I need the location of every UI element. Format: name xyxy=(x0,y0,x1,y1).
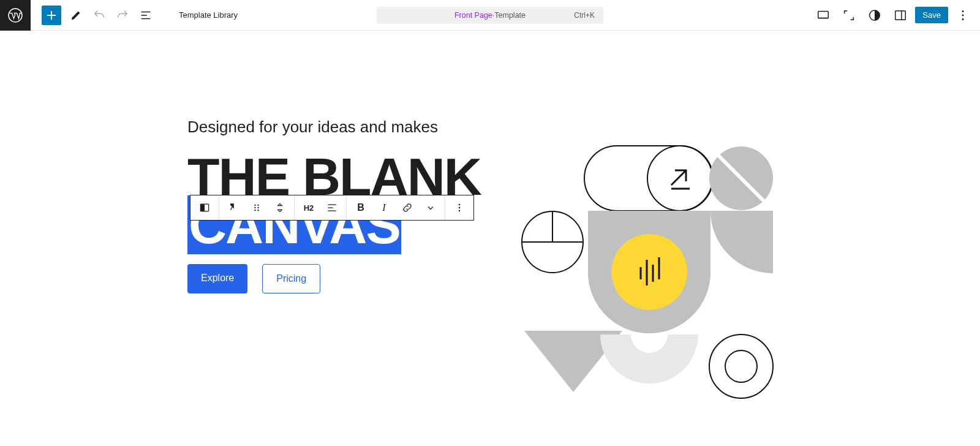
svg-point-16 xyxy=(459,207,461,209)
hero-illustration xyxy=(521,141,784,410)
template-library-button[interactable]: Template Library xyxy=(179,10,238,20)
redo-icon[interactable] xyxy=(111,4,134,26)
more-rich-text-icon[interactable] xyxy=(419,195,442,220)
svg-point-19 xyxy=(647,146,712,211)
drag-handle-icon[interactable] xyxy=(245,195,268,220)
svg-point-14 xyxy=(257,210,258,211)
heading-level-button[interactable]: H2 xyxy=(297,195,320,220)
wordpress-logo[interactable] xyxy=(0,0,31,31)
svg-rect-3 xyxy=(895,10,906,20)
command-shortcut: Ctrl+K xyxy=(574,11,595,20)
editor-canvas[interactable]: Designed for your ideas and makes THE BL… xyxy=(0,31,980,293)
block-more-options-icon[interactable] xyxy=(448,195,471,220)
document-overview-icon[interactable] xyxy=(135,4,157,26)
svg-point-9 xyxy=(254,205,255,206)
link-icon[interactable] xyxy=(396,195,419,220)
hero-subhead[interactable]: Designed for your ideas and makes xyxy=(187,116,653,138)
italic-icon[interactable]: I xyxy=(372,195,396,220)
add-block-button[interactable] xyxy=(42,6,61,25)
svg-point-5 xyxy=(962,14,964,16)
document-title-front-page: Front Page xyxy=(454,11,492,20)
document-title-bar[interactable]: Front Page · Template Ctrl+K xyxy=(377,7,603,24)
edit-tool-icon[interactable] xyxy=(65,4,87,26)
undo-icon[interactable] xyxy=(88,4,110,26)
pricing-button[interactable]: Pricing xyxy=(262,264,320,293)
document-title-template: Template xyxy=(494,11,526,20)
svg-point-17 xyxy=(459,210,461,212)
styles-icon[interactable] xyxy=(864,4,886,26)
zoom-icon[interactable] xyxy=(838,4,860,26)
svg-point-4 xyxy=(962,10,964,12)
svg-rect-18 xyxy=(584,146,713,211)
svg-point-15 xyxy=(459,204,461,206)
settings-panel-icon[interactable] xyxy=(889,4,911,26)
svg-point-23 xyxy=(611,234,687,310)
align-text-icon[interactable] xyxy=(320,195,344,220)
svg-point-12 xyxy=(257,207,258,208)
block-type-icon[interactable] xyxy=(193,195,216,220)
svg-point-25 xyxy=(725,350,757,382)
svg-rect-1 xyxy=(818,11,829,18)
more-options-icon[interactable] xyxy=(952,4,974,26)
svg-point-10 xyxy=(257,205,258,206)
svg-point-24 xyxy=(709,334,773,398)
block-toolbar: H2 B I xyxy=(190,195,474,221)
svg-point-11 xyxy=(254,207,255,208)
view-desktop-icon[interactable] xyxy=(812,4,834,26)
editor-topbar: Template Library Front Page · Template C… xyxy=(0,0,980,31)
svg-rect-8 xyxy=(200,204,205,211)
explore-button[interactable]: Explore xyxy=(187,264,247,293)
select-parent-icon[interactable] xyxy=(222,195,245,220)
move-updown-icon[interactable] xyxy=(268,195,292,220)
save-button[interactable]: Save xyxy=(915,7,948,23)
svg-point-6 xyxy=(962,18,964,20)
svg-point-13 xyxy=(254,210,255,211)
bold-icon[interactable]: B xyxy=(349,195,372,220)
